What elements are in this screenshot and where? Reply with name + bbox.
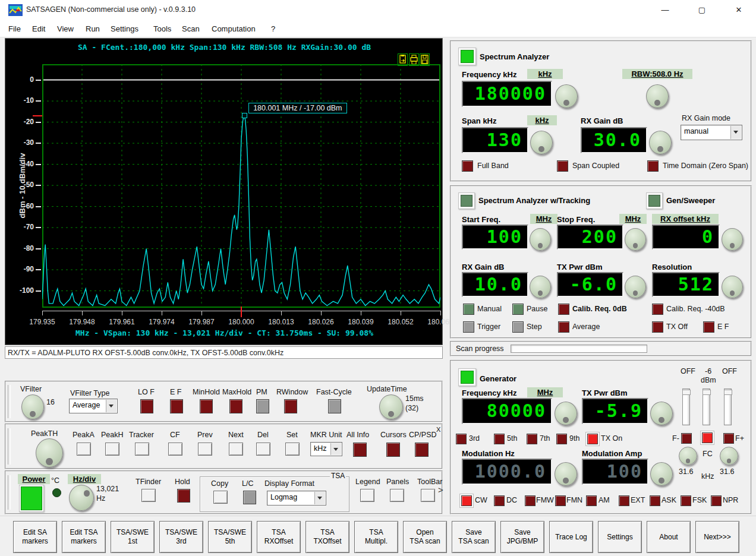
more-arrow[interactable]: >	[438, 485, 443, 495]
close-button[interactable]: ✕	[725, 0, 752, 20]
tsa-swe-3rd-button[interactable]: TSA/SWE 3rd	[159, 521, 203, 553]
legend-button[interactable]	[360, 489, 374, 502]
sa-rbw-knob[interactable]	[646, 84, 669, 108]
mode-fmn-toggle[interactable]	[555, 495, 566, 506]
chevron-down-icon[interactable]	[106, 400, 116, 412]
mode-am-toggle[interactable]	[586, 495, 597, 506]
gen-frequency-unit-chip[interactable]: MHz	[527, 387, 563, 397]
all-info-toggle[interactable]	[353, 443, 367, 457]
prev-button[interactable]	[198, 443, 212, 456]
chevron-down-icon[interactable]	[730, 126, 741, 139]
mode-dc-toggle[interactable]	[494, 495, 505, 506]
start-freq-unit-chip[interactable]: MHz	[530, 214, 557, 224]
sa-rxgain-display[interactable]: 30.0	[581, 127, 647, 153]
menu-scan[interactable]: Scan	[179, 23, 202, 34]
ef-toggle[interactable]	[170, 399, 183, 413]
trk-txpwr-knob[interactable]	[625, 276, 646, 298]
sa-rxgain-knob[interactable]	[649, 131, 672, 154]
save-tsa-scan-button[interactable]: Save TSA scan	[452, 521, 496, 553]
chevron-down-icon[interactable]	[314, 492, 325, 504]
trk-txpwr-display[interactable]: -6.0	[557, 272, 623, 297]
average-toggle[interactable]	[558, 321, 569, 333]
open-tsa-scan-button[interactable]: Open TSA scan	[403, 521, 447, 553]
next-button[interactable]: Next>>>	[695, 521, 739, 553]
edit-sa-markers-button[interactable]: Edit SA markers	[13, 521, 57, 553]
tx-off-toggle[interactable]	[652, 321, 663, 333]
maximize-button[interactable]: ▢	[688, 0, 716, 20]
hzdiv-knob[interactable]	[69, 485, 94, 511]
sa-span-display[interactable]: 130	[462, 127, 528, 153]
sa-frequency-display[interactable]: 180000	[462, 81, 552, 107]
trk-resolution-knob[interactable]	[722, 276, 743, 298]
sa-span-knob[interactable]	[530, 131, 553, 154]
panels-button[interactable]	[390, 489, 404, 502]
trk-resolution-display[interactable]: 512	[652, 272, 720, 297]
trace-log-button[interactable]: Trace Log	[549, 521, 593, 553]
power-button[interactable]	[21, 486, 42, 510]
mode-fsk-toggle[interactable]	[681, 495, 691, 506]
mode-ext-toggle[interactable]	[619, 495, 629, 506]
tx-level-slider-2[interactable]	[703, 388, 710, 425]
pm-toggle[interactable]	[256, 399, 269, 413]
stop-freq-display[interactable]: 200	[557, 225, 623, 249]
rx-offset-knob[interactable]	[722, 228, 743, 251]
f-plus-toggle[interactable]	[723, 433, 734, 444]
vfilter-type-select[interactable]: Average	[69, 399, 118, 413]
menu-file[interactable]: File	[6, 23, 23, 34]
cp-psd-toggle[interactable]	[415, 443, 429, 457]
minhold-toggle[interactable]	[200, 399, 213, 413]
tx-level-slider-3[interactable]	[724, 388, 732, 425]
tfinder-button[interactable]	[141, 489, 156, 502]
ef2-toggle[interactable]	[703, 321, 714, 333]
pause-toggle[interactable]	[512, 304, 524, 315]
manual-toggle[interactable]	[463, 304, 474, 315]
span-coupled-toggle[interactable]	[557, 160, 568, 172]
menu-settings[interactable]: Settings	[108, 23, 141, 34]
modulation-hz-knob[interactable]	[555, 462, 577, 486]
cursors-toggle[interactable]	[386, 443, 400, 457]
calib-40db-toggle[interactable]	[652, 304, 663, 315]
hold-toggle[interactable]	[177, 489, 190, 503]
mode-cw-toggle[interactable]	[461, 495, 472, 506]
step-toggle[interactable]	[512, 321, 524, 333]
hzdiv-chip[interactable]: Hz/div	[68, 474, 101, 484]
gen-sweeper-toggle[interactable]	[648, 195, 660, 207]
gen-txpwr-display[interactable]: -5.9	[582, 398, 648, 424]
rwindow-toggle[interactable]	[284, 399, 297, 413]
tsa-rxoffset-button[interactable]: TSA RXOffset	[257, 521, 301, 553]
sa-frequency-knob[interactable]	[555, 84, 578, 108]
tsa-swe-5th-button[interactable]: TSA/SWE 5th	[208, 521, 252, 553]
harm-3rd-toggle[interactable]	[456, 434, 467, 444]
peakh-button[interactable]	[105, 443, 119, 456]
slider-handle[interactable]	[682, 390, 691, 395]
zero-span-toggle[interactable]	[647, 160, 659, 172]
gen-frequency-display[interactable]: 80000	[462, 398, 552, 424]
harm-5th-toggle[interactable]	[494, 434, 505, 444]
edit-tsa-markers-button[interactable]: Edit TSA markers	[62, 521, 106, 553]
tx-on-toggle[interactable]	[587, 434, 598, 444]
rx-offset-chip[interactable]: RX offset kHz	[652, 214, 719, 224]
lc-toggle[interactable]	[243, 491, 256, 504]
menu-tools[interactable]: Tools	[151, 23, 174, 34]
trigger-toggle[interactable]	[463, 321, 474, 333]
tx-level-slider-1[interactable]	[682, 388, 690, 425]
sa-rbw-chip[interactable]: RBW:508.0 Hz	[622, 69, 692, 79]
save-jpg-bmp-button[interactable]: Save JPG/BMP	[500, 521, 544, 553]
vfilter-knob[interactable]	[21, 394, 44, 419]
sa-rxgain-mode-select[interactable]: manual	[681, 125, 742, 140]
modulation-amp-display[interactable]: 100	[582, 459, 648, 485]
mode-npr-toggle[interactable]	[711, 495, 722, 506]
tsa-txoffset-button[interactable]: TSA TXOffset	[305, 521, 349, 553]
start-freq-display[interactable]: 100	[462, 225, 528, 249]
mode-fmw-toggle[interactable]	[525, 495, 536, 506]
panel-close-x[interactable]: X	[436, 426, 440, 433]
f-minus-toggle[interactable]	[681, 433, 692, 444]
f-plus-knob[interactable]	[720, 447, 738, 465]
chevron-down-icon[interactable]	[330, 443, 341, 455]
start-freq-knob[interactable]	[530, 228, 551, 251]
menu-run[interactable]: Run	[83, 23, 102, 34]
peakth-knob[interactable]	[36, 438, 63, 467]
tracking-enable-toggle[interactable]	[461, 195, 472, 207]
fc-toggle[interactable]	[702, 432, 713, 443]
stop-freq-unit-chip[interactable]: MHz	[619, 214, 647, 224]
